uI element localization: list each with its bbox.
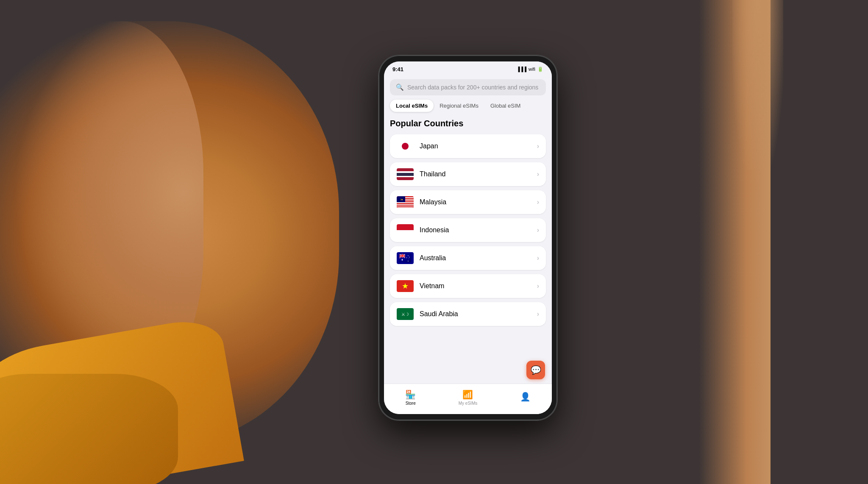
phone-device: 9:41 ▐▐▐ wifi 🔋 🔍 Search data packs for …: [379, 56, 557, 420]
chevron-icon-thailand: ›: [537, 170, 539, 178]
section-title: Popular Countries: [390, 119, 546, 128]
nav-my-esims[interactable]: 📶 My eSIMs: [459, 389, 477, 406]
country-left-saudi: Saudi Arabia: [397, 308, 458, 320]
flag-vietnam: [397, 280, 414, 292]
flag-saudi-arabia: [397, 308, 414, 320]
wifi-icon: wifi: [529, 67, 535, 72]
flag-australia: [397, 252, 414, 264]
content-area: Popular Countries Japan ›: [384, 117, 552, 384]
my-esims-icon: 📶: [462, 389, 473, 400]
country-name-australia: Australia: [420, 254, 446, 262]
chevron-icon-indonesia: ›: [537, 226, 539, 234]
account-icon: 👤: [520, 392, 531, 402]
search-icon: 🔍: [396, 83, 404, 91]
country-left-thailand: Thailand: [397, 168, 445, 180]
flag-indonesia: [397, 224, 414, 236]
country-name-japan: Japan: [420, 142, 438, 150]
chevron-icon-japan: ›: [537, 142, 539, 150]
country-name-malaysia: Malaysia: [420, 198, 446, 206]
chevron-icon-saudi: ›: [537, 310, 539, 318]
phone-screen: 9:41 ▐▐▐ wifi 🔋 🔍 Search data packs for …: [384, 61, 552, 414]
search-placeholder: Search data packs for 200+ countries and…: [407, 84, 538, 91]
country-name-thailand: Thailand: [420, 170, 445, 178]
bottom-nav: 🏪 Store 📶 My eSIMs 👤: [384, 384, 552, 414]
nav-account[interactable]: 👤: [520, 392, 531, 403]
country-left-malaysia: Malaysia: [397, 196, 446, 208]
my-esims-label: My eSIMs: [459, 401, 477, 406]
country-name-saudi-arabia: Saudi Arabia: [420, 310, 458, 318]
country-item-australia[interactable]: Australia ›: [390, 246, 546, 270]
tab-local-esims[interactable]: Local eSIMs: [390, 100, 434, 112]
country-item-thailand[interactable]: Thailand ›: [390, 162, 546, 186]
country-item-japan[interactable]: Japan ›: [390, 134, 546, 158]
flag-malaysia: [397, 196, 414, 208]
flag-japan: [397, 140, 414, 152]
tab-global-esim[interactable]: Global eSIM: [484, 100, 527, 112]
country-left-japan: Japan: [397, 140, 438, 152]
battery-icon: 🔋: [537, 67, 543, 72]
status-bar: 9:41 ▐▐▐ wifi 🔋: [384, 61, 552, 77]
country-item-vietnam[interactable]: Vietnam ›: [390, 274, 546, 298]
country-item-indonesia[interactable]: Indonesia ›: [390, 218, 546, 242]
chevron-icon-australia: ›: [537, 254, 539, 262]
store-icon: 🏪: [405, 389, 416, 400]
chevron-icon-malaysia: ›: [537, 198, 539, 206]
country-item-saudi-arabia[interactable]: Saudi Arabia ›: [390, 302, 546, 326]
country-left-vietnam: Vietnam: [397, 280, 444, 292]
chat-fab-icon: 💬: [531, 365, 541, 375]
country-left-australia: Australia: [397, 252, 446, 264]
status-time: 9:41: [392, 66, 403, 72]
store-label: Store: [406, 401, 416, 406]
tab-regional-esims[interactable]: Regional eSIMs: [434, 100, 484, 112]
chevron-icon-vietnam: ›: [537, 282, 539, 290]
country-name-indonesia: Indonesia: [420, 226, 449, 234]
chat-fab-button[interactable]: 💬: [526, 361, 545, 379]
country-left-indonesia: Indonesia: [397, 224, 449, 236]
signal-icon: ▐▐▐: [517, 67, 526, 72]
country-item-malaysia[interactable]: Malaysia ›: [390, 190, 546, 214]
tabs-container: Local eSIMs Regional eSIMs Global eSIM: [384, 100, 552, 112]
flag-thailand: [397, 168, 414, 180]
search-bar[interactable]: 🔍 Search data packs for 200+ countries a…: [390, 79, 546, 95]
status-icons: ▐▐▐ wifi 🔋: [517, 67, 543, 72]
nav-store[interactable]: 🏪 Store: [405, 389, 416, 406]
country-name-vietnam: Vietnam: [420, 282, 444, 290]
